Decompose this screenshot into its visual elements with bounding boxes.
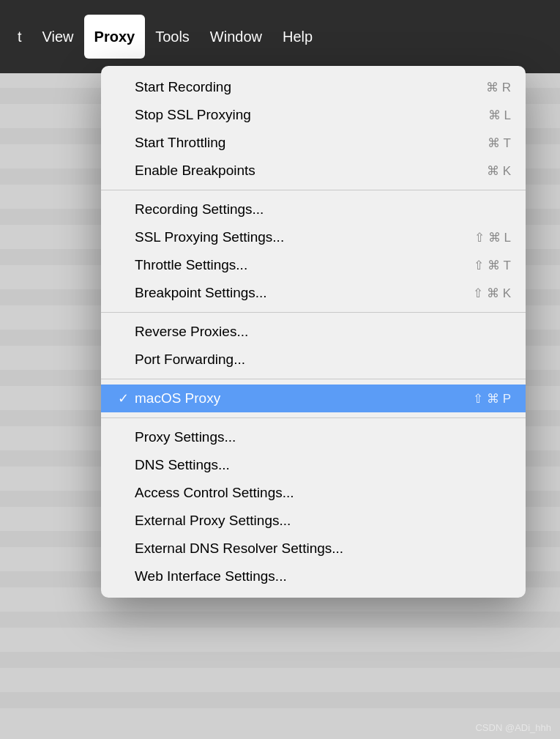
- shortcut-breakpoint-settings: ⇧ ⌘ K: [473, 286, 511, 301]
- menu-item-t[interactable]: t: [7, 15, 32, 59]
- label-access-control-settings: Access Control Settings...: [135, 485, 294, 501]
- menu-section-1: Start Recording ⌘ R Stop SSL Proxying ⌘ …: [101, 72, 526, 186]
- menu-item-reverse-proxies[interactable]: Reverse Proxies...: [101, 318, 526, 346]
- label-breakpoint-settings: Breakpoint Settings...: [135, 285, 267, 301]
- shortcut-start-throttling: ⌘ T: [488, 135, 511, 151]
- shortcut-enable-breakpoints: ⌘ K: [487, 163, 511, 179]
- divider-2: [101, 312, 526, 313]
- menu-item-breakpoint-settings[interactable]: Breakpoint Settings... ⇧ ⌘ K: [101, 279, 526, 307]
- label-port-forwarding: Port Forwarding...: [135, 352, 245, 368]
- menu-item-web-interface-settings[interactable]: Web Interface Settings...: [101, 562, 526, 590]
- menu-item-view[interactable]: View: [32, 15, 84, 59]
- menu-item-help[interactable]: Help: [272, 15, 323, 59]
- divider-1: [101, 190, 526, 190]
- shortcut-ssl-proxying-settings: ⇧ ⌘ L: [474, 230, 511, 245]
- label-macos-proxy: macOS Proxy: [135, 390, 220, 406]
- menu-item-recording-settings[interactable]: Recording Settings...: [101, 196, 526, 223]
- label-start-recording: Start Recording: [135, 79, 231, 95]
- menu-bar: t View Proxy Tools Window Help: [0, 0, 560, 73]
- shortcut-macos-proxy: ⇧ ⌘ P: [473, 391, 511, 406]
- label-start-throttling: Start Throttling: [135, 135, 225, 151]
- label-stop-ssl: Stop SSL Proxying: [135, 107, 251, 123]
- menu-item-stop-ssl[interactable]: Stop SSL Proxying ⌘ L: [101, 101, 526, 129]
- label-reverse-proxies: Reverse Proxies...: [135, 324, 248, 340]
- watermark: CSDN @ADi_hhh: [475, 722, 551, 733]
- menu-item-external-proxy-settings[interactable]: External Proxy Settings...: [101, 507, 526, 535]
- label-ssl-proxying-settings: SSL Proxying Settings...: [135, 229, 284, 245]
- menu-item-tools[interactable]: Tools: [145, 15, 200, 59]
- label-proxy-settings: Proxy Settings...: [135, 429, 236, 445]
- label-external-dns-settings: External DNS Resolver Settings...: [135, 541, 343, 557]
- label-dns-settings: DNS Settings...: [135, 457, 230, 473]
- menu-item-start-throttling[interactable]: Start Throttling ⌘ T: [101, 129, 526, 157]
- proxy-dropdown-menu: Start Recording ⌘ R Stop SSL Proxying ⌘ …: [101, 66, 526, 598]
- menu-item-ssl-proxying-settings[interactable]: SSL Proxying Settings... ⇧ ⌘ L: [101, 223, 526, 251]
- menu-item-macos-proxy[interactable]: ✓ macOS Proxy ⇧ ⌘ P: [101, 385, 526, 412]
- divider-3: [101, 379, 526, 379]
- menu-item-window[interactable]: Window: [200, 15, 272, 59]
- menu-item-proxy[interactable]: Proxy: [84, 15, 146, 59]
- label-external-proxy-settings: External Proxy Settings...: [135, 513, 291, 529]
- label-web-interface-settings: Web Interface Settings...: [135, 568, 287, 584]
- label-enable-breakpoints: Enable Breakpoints: [135, 163, 255, 179]
- menu-item-external-dns-settings[interactable]: External DNS Resolver Settings...: [101, 535, 526, 562]
- menu-item-proxy-settings[interactable]: Proxy Settings...: [101, 423, 526, 451]
- label-throttle-settings: Throttle Settings...: [135, 257, 247, 273]
- menu-item-dns-settings[interactable]: DNS Settings...: [101, 451, 526, 479]
- shortcut-throttle-settings: ⇧ ⌘ T: [474, 258, 511, 273]
- checkmark-macos-proxy: ✓: [116, 390, 130, 406]
- menu-item-enable-breakpoints[interactable]: Enable Breakpoints ⌘ K: [101, 157, 526, 185]
- shortcut-stop-ssl: ⌘ L: [488, 108, 511, 123]
- menu-item-throttle-settings[interactable]: Throttle Settings... ⇧ ⌘ T: [101, 251, 526, 279]
- menu-section-5: Proxy Settings... DNS Settings... Access…: [101, 422, 526, 592]
- menu-section-4: ✓ macOS Proxy ⇧ ⌘ P: [101, 383, 526, 414]
- menu-section-2: Recording Settings... SSL Proxying Setti…: [101, 194, 526, 308]
- menu-item-access-control-settings[interactable]: Access Control Settings...: [101, 479, 526, 507]
- menu-section-3: Reverse Proxies... Port Forwarding...: [101, 316, 526, 375]
- label-recording-settings: Recording Settings...: [135, 201, 264, 218]
- menu-item-start-recording[interactable]: Start Recording ⌘ R: [101, 73, 526, 101]
- divider-4: [101, 417, 526, 418]
- shortcut-start-recording: ⌘ R: [486, 80, 511, 95]
- menu-item-port-forwarding[interactable]: Port Forwarding...: [101, 346, 526, 374]
